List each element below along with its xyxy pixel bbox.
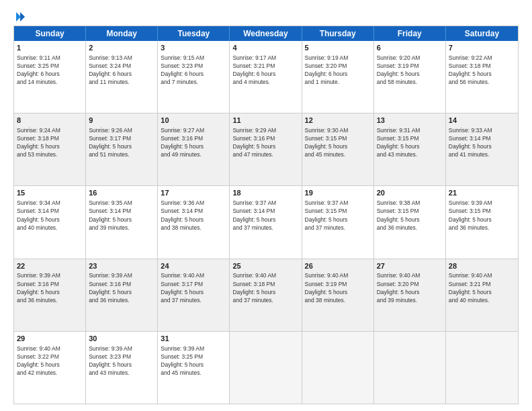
cell-content: Sunrise: 9:15 AM Sunset: 3:23 PM Dayligh…: [161, 54, 204, 85]
calendar-cell: 15Sunrise: 9:34 AM Sunset: 3:14 PM Dayli…: [14, 186, 86, 258]
calendar-cell: 21Sunrise: 9:39 AM Sunset: 3:15 PM Dayli…: [446, 186, 518, 258]
cell-content: Sunrise: 9:34 AM Sunset: 3:14 PM Dayligh…: [17, 199, 60, 230]
day-number: 20: [377, 188, 443, 198]
cell-content: Sunrise: 9:36 AM Sunset: 3:14 PM Dayligh…: [161, 199, 204, 230]
header-day: Wednesday: [230, 26, 302, 41]
day-number: 4: [232, 43, 298, 53]
calendar-cell: 25Sunrise: 9:40 AM Sunset: 3:18 PM Dayli…: [230, 259, 302, 331]
day-number: 9: [89, 116, 154, 126]
day-number: 17: [161, 188, 226, 198]
header-day: Friday: [374, 26, 446, 41]
day-number: 2: [89, 43, 154, 53]
cell-content: Sunrise: 9:20 AM Sunset: 3:19 PM Dayligh…: [377, 54, 420, 85]
calendar: SundayMondayTuesdayWednesdayThursdayFrid…: [13, 26, 519, 404]
cell-content: Sunrise: 9:35 AM Sunset: 3:14 PM Dayligh…: [89, 199, 132, 230]
calendar-row: 1Sunrise: 9:11 AM Sunset: 3:25 PM Daylig…: [14, 41, 518, 113]
day-number: 12: [305, 116, 371, 126]
cell-content: Sunrise: 9:11 AM Sunset: 3:25 PM Dayligh…: [17, 54, 60, 85]
logo: [13, 11, 27, 20]
calendar-cell: 11Sunrise: 9:29 AM Sunset: 3:16 PM Dayli…: [230, 113, 302, 185]
cell-content: Sunrise: 9:40 AM Sunset: 3:22 PM Dayligh…: [17, 345, 60, 376]
day-number: 23: [89, 261, 154, 271]
cell-content: Sunrise: 9:39 AM Sunset: 3:23 PM Dayligh…: [89, 345, 132, 376]
header-day: Monday: [86, 26, 158, 41]
day-number: 22: [17, 261, 83, 271]
day-number: 24: [161, 261, 226, 271]
cell-content: Sunrise: 9:22 AM Sunset: 3:18 PM Dayligh…: [449, 54, 492, 85]
calendar-body: 1Sunrise: 9:11 AM Sunset: 3:25 PM Daylig…: [14, 41, 518, 404]
svg-marker-1: [16, 12, 21, 21]
calendar-cell: 14Sunrise: 9:33 AM Sunset: 3:14 PM Dayli…: [446, 113, 518, 185]
cell-content: Sunrise: 9:40 AM Sunset: 3:17 PM Dayligh…: [161, 272, 204, 303]
calendar-cell: 8Sunrise: 9:24 AM Sunset: 3:18 PM Daylig…: [14, 113, 86, 185]
calendar-row: 15Sunrise: 9:34 AM Sunset: 3:14 PM Dayli…: [14, 186, 518, 259]
calendar-cell: 13Sunrise: 9:31 AM Sunset: 3:15 PM Dayli…: [374, 113, 446, 185]
day-number: 1: [17, 43, 83, 53]
calendar-header: SundayMondayTuesdayWednesdayThursdayFrid…: [14, 26, 518, 41]
day-number: 18: [232, 188, 298, 198]
cell-content: Sunrise: 9:33 AM Sunset: 3:14 PM Dayligh…: [449, 127, 492, 158]
cell-content: Sunrise: 9:39 AM Sunset: 3:15 PM Dayligh…: [449, 199, 492, 230]
calendar-cell: 16Sunrise: 9:35 AM Sunset: 3:14 PM Dayli…: [86, 186, 158, 258]
header-day: Tuesday: [158, 26, 230, 41]
calendar-cell: 3Sunrise: 9:15 AM Sunset: 3:23 PM Daylig…: [158, 41, 230, 113]
day-number: 14: [449, 116, 515, 126]
calendar-cell: [302, 332, 374, 404]
calendar-cell: 5Sunrise: 9:19 AM Sunset: 3:20 PM Daylig…: [302, 41, 374, 113]
cell-content: Sunrise: 9:40 AM Sunset: 3:19 PM Dayligh…: [305, 272, 349, 303]
cell-content: Sunrise: 9:37 AM Sunset: 3:15 PM Dayligh…: [305, 199, 349, 230]
calendar-cell: 19Sunrise: 9:37 AM Sunset: 3:15 PM Dayli…: [302, 186, 374, 258]
calendar-cell: 28Sunrise: 9:40 AM Sunset: 3:21 PM Dayli…: [446, 259, 518, 331]
header-day: Saturday: [446, 26, 518, 41]
cell-content: Sunrise: 9:39 AM Sunset: 3:25 PM Dayligh…: [161, 345, 204, 376]
day-number: 21: [449, 188, 515, 198]
page: SundayMondayTuesdayWednesdayThursdayFrid…: [0, 0, 532, 411]
calendar-cell: 4Sunrise: 9:17 AM Sunset: 3:21 PM Daylig…: [230, 41, 302, 113]
cell-content: Sunrise: 9:30 AM Sunset: 3:15 PM Dayligh…: [305, 127, 349, 158]
calendar-cell: [230, 332, 302, 404]
day-number: 8: [17, 116, 83, 126]
calendar-row: 8Sunrise: 9:24 AM Sunset: 3:18 PM Daylig…: [14, 113, 518, 186]
calendar-cell: 1Sunrise: 9:11 AM Sunset: 3:25 PM Daylig…: [14, 41, 86, 113]
calendar-cell: 27Sunrise: 9:40 AM Sunset: 3:20 PM Dayli…: [374, 259, 446, 331]
calendar-cell: 10Sunrise: 9:27 AM Sunset: 3:16 PM Dayli…: [158, 113, 230, 185]
calendar-cell: 22Sunrise: 9:39 AM Sunset: 3:16 PM Dayli…: [14, 259, 86, 331]
header-day: Thursday: [302, 26, 374, 41]
cell-content: Sunrise: 9:19 AM Sunset: 3:20 PM Dayligh…: [305, 54, 349, 85]
cell-content: Sunrise: 9:39 AM Sunset: 3:16 PM Dayligh…: [89, 272, 132, 303]
day-number: 15: [17, 188, 83, 198]
calendar-cell: [374, 332, 446, 404]
calendar-cell: 12Sunrise: 9:30 AM Sunset: 3:15 PM Dayli…: [302, 113, 374, 185]
cell-content: Sunrise: 9:27 AM Sunset: 3:16 PM Dayligh…: [161, 127, 204, 158]
day-number: 26: [305, 261, 371, 271]
calendar-cell: 6Sunrise: 9:20 AM Sunset: 3:19 PM Daylig…: [374, 41, 446, 113]
day-number: 27: [377, 261, 443, 271]
day-number: 11: [232, 116, 298, 126]
day-number: 3: [161, 43, 226, 53]
calendar-cell: 24Sunrise: 9:40 AM Sunset: 3:17 PM Dayli…: [158, 259, 230, 331]
cell-content: Sunrise: 9:13 AM Sunset: 3:24 PM Dayligh…: [89, 54, 132, 85]
calendar-cell: 9Sunrise: 9:26 AM Sunset: 3:17 PM Daylig…: [86, 113, 158, 185]
day-number: 19: [305, 188, 371, 198]
calendar-cell: 18Sunrise: 9:37 AM Sunset: 3:14 PM Dayli…: [230, 186, 302, 258]
svg-marker-0: [20, 12, 25, 21]
cell-content: Sunrise: 9:31 AM Sunset: 3:15 PM Dayligh…: [377, 127, 420, 158]
calendar-cell: 23Sunrise: 9:39 AM Sunset: 3:16 PM Dayli…: [86, 259, 158, 331]
header-day: Sunday: [14, 26, 86, 41]
cell-content: Sunrise: 9:40 AM Sunset: 3:20 PM Dayligh…: [377, 272, 420, 303]
day-number: 25: [232, 261, 298, 271]
cell-content: Sunrise: 9:37 AM Sunset: 3:14 PM Dayligh…: [232, 199, 276, 230]
calendar-cell: 7Sunrise: 9:22 AM Sunset: 3:18 PM Daylig…: [446, 41, 518, 113]
day-number: 7: [449, 43, 515, 53]
cell-content: Sunrise: 9:40 AM Sunset: 3:21 PM Dayligh…: [449, 272, 492, 303]
day-number: 10: [161, 116, 226, 126]
header: [13, 11, 519, 20]
cell-content: Sunrise: 9:39 AM Sunset: 3:16 PM Dayligh…: [17, 272, 60, 303]
day-number: 6: [377, 43, 443, 53]
day-number: 16: [89, 188, 154, 198]
calendar-cell: 29Sunrise: 9:40 AM Sunset: 3:22 PM Dayli…: [14, 332, 86, 404]
day-number: 13: [377, 116, 443, 126]
cell-content: Sunrise: 9:17 AM Sunset: 3:21 PM Dayligh…: [232, 54, 276, 85]
day-number: 30: [89, 334, 154, 344]
calendar-row: 29Sunrise: 9:40 AM Sunset: 3:22 PM Dayli…: [14, 332, 518, 404]
